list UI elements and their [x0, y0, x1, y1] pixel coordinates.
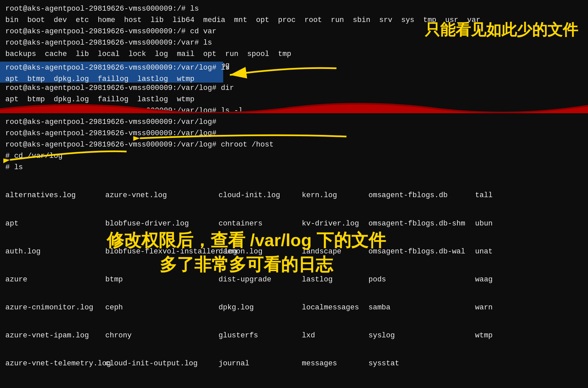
bottom-line-1: root@aks-agentpool-29819626-vmss000009:/… — [5, 117, 583, 128]
annotation-top: 只能看见如此少的文件 — [425, 20, 578, 40]
log-col-3: cloud-init.log containers daemon.log dis… — [219, 173, 302, 386]
terminal-line-5: backups cache lib local lock log mail op… — [5, 49, 583, 60]
log-col-1: alternatives.log apt auth.log azure azur… — [5, 173, 105, 386]
arrow-bottom-left — [3, 148, 130, 167]
log-col-4: kern.log kv-driver.log landscape lastlog… — [302, 173, 368, 386]
annotation-bottom: 修改权限后，查看 /var/log 下的文件 多了非常多可看的日志 — [107, 228, 386, 277]
highlight-prompt: root@aks-agentpool-29819626-vmss000009:/… — [5, 62, 218, 74]
annotation-bottom-line2: 多了非常多可看的日志 — [107, 252, 386, 277]
arrow-bottom-right — [133, 128, 350, 148]
log-col-5: omsagent-fblogs.db omsagent-fblogs.db-sh… — [368, 173, 475, 386]
arrow-top — [223, 65, 340, 85]
terminal-line-1: root@aks-agentpool-29819626-vmss000009:/… — [5, 3, 583, 15]
log-col-2: azure-vnet.log blobfuse-driver.log blobf… — [105, 173, 219, 386]
log-files-grid: alternatives.log apt auth.log azure azur… — [5, 173, 583, 386]
highlight-block: root@aks-agentpool-29819626-vmss000009:/… — [0, 62, 223, 86]
annotation-bottom-line1: 修改权限后，查看 /var/log 下的文件 — [107, 228, 386, 252]
log-col-6: tall ubun unat waag warn wtmp — [475, 173, 515, 386]
hash-1: # — [5, 386, 583, 388]
after-highlight-1: root@aks-agentpool-29819626-vmss000009:/… — [5, 83, 245, 94]
